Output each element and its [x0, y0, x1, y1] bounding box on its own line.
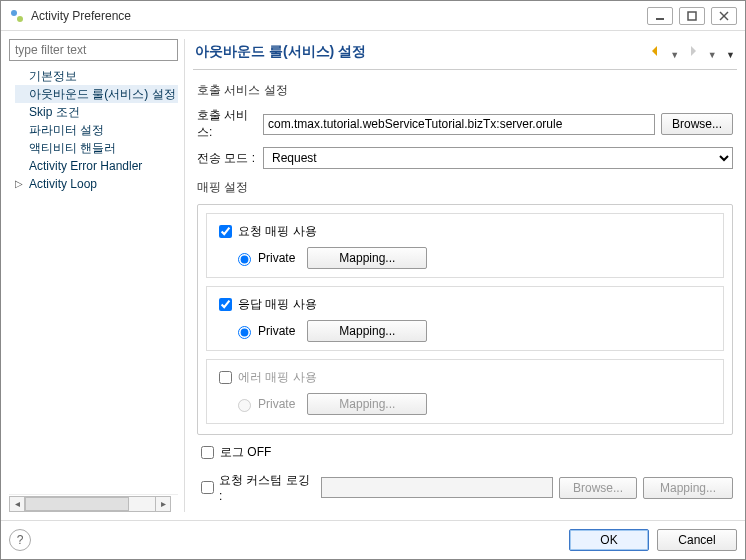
- response-mapping-checkbox[interactable]: [219, 298, 232, 311]
- nav-tree: 기본정보 아웃바운드 룰(서비스) 설정 Skip 조건 파라미터 설정 액티비…: [9, 67, 178, 490]
- nav-menu-button[interactable]: ▼: [726, 50, 735, 60]
- request-mapping-label: 요청 매핑 사용: [238, 223, 317, 240]
- error-mapping-checkbox[interactable]: [219, 371, 232, 384]
- left-pane: 기본정보 아웃바운드 룰(서비스) 설정 Skip 조건 파라미터 설정 액티비…: [9, 39, 185, 512]
- nav-forward-button[interactable]: [686, 44, 700, 58]
- tree-item-activity-handler[interactable]: 액티비티 핸들러: [15, 139, 178, 157]
- window-title: Activity Preference: [31, 9, 641, 23]
- error-mapping-box: 에러 매핑 사용 Private Mapping...: [206, 359, 724, 424]
- req-custom-log-input: [321, 477, 553, 498]
- error-private-radio-label: Private: [233, 396, 295, 412]
- service-input[interactable]: [263, 114, 655, 135]
- log-off-checkline[interactable]: 로그 OFF: [197, 443, 733, 462]
- tree-item-parameter[interactable]: 파라미터 설정: [15, 121, 178, 139]
- mode-select[interactable]: Request: [263, 147, 733, 169]
- nav-back-button[interactable]: [649, 44, 663, 58]
- ok-button[interactable]: OK: [569, 529, 649, 551]
- filter-input[interactable]: [9, 39, 178, 61]
- request-mapping-checkline[interactable]: 요청 매핑 사용: [215, 222, 715, 241]
- req-custom-log-checkbox[interactable]: [201, 481, 214, 494]
- svg-rect-2: [656, 18, 664, 20]
- response-mapping-box: 응답 매핑 사용 Private Mapping...: [206, 286, 724, 351]
- mapping-box: 요청 매핑 사용 Private Mapping...: [197, 204, 733, 435]
- request-mapping-button[interactable]: Mapping...: [307, 247, 427, 269]
- log-off-label: 로그 OFF: [220, 444, 271, 461]
- req-custom-log-mapping: Mapping...: [643, 477, 733, 499]
- cancel-button[interactable]: Cancel: [657, 529, 737, 551]
- log-off-checkbox[interactable]: [201, 446, 214, 459]
- svg-rect-3: [688, 12, 696, 20]
- scroll-right-button[interactable]: ▸: [155, 496, 171, 512]
- req-custom-log-label: 요청 커스텀 로깅 :: [219, 472, 315, 503]
- nav-history: ▼ ▼ ▼: [645, 44, 735, 61]
- request-mapping-checkbox[interactable]: [219, 225, 232, 238]
- scroll-track[interactable]: [25, 496, 155, 512]
- service-label: 호출 서비스:: [197, 107, 257, 141]
- request-private-radio-label[interactable]: Private: [233, 250, 295, 266]
- app-icon: [9, 8, 25, 24]
- tree-item-error-handler[interactable]: Activity Error Handler: [15, 157, 178, 175]
- activity-preference-window: Activity Preference 기본정보 아웃바운드 룰(서비스) 설정…: [0, 0, 746, 560]
- res-custom-log-label: 응답 커스텀 로깅 :: [219, 509, 315, 512]
- tree-item-basic[interactable]: 기본정보: [15, 67, 178, 85]
- mapping-group-title: 매핑 설정: [197, 179, 733, 196]
- mode-label: 전송 모드 :: [197, 150, 257, 167]
- tree-item-outbound-rule[interactable]: 아웃바운드 룰(서비스) 설정: [15, 85, 178, 103]
- response-mapping-label: 응답 매핑 사용: [238, 296, 317, 313]
- req-custom-log-browse: Browse...: [559, 477, 637, 499]
- titlebar: Activity Preference: [1, 1, 745, 31]
- scroll-left-button[interactable]: ◂: [9, 496, 25, 512]
- response-private-radio-label[interactable]: Private: [233, 323, 295, 339]
- close-button[interactable]: [711, 7, 737, 25]
- error-mapping-checkline[interactable]: 에러 매핑 사용: [215, 368, 715, 387]
- dialog-footer: ? OK Cancel: [1, 520, 745, 559]
- help-button[interactable]: ?: [9, 529, 31, 551]
- error-private-radio: [238, 399, 251, 412]
- nav-back-menu[interactable]: ▼: [670, 50, 679, 60]
- settings-content: 호출 서비스 설정 호출 서비스: Browse... 전송 모드 : Requ…: [193, 70, 737, 512]
- response-mapping-checkline[interactable]: 응답 매핑 사용: [215, 295, 715, 314]
- response-private-radio[interactable]: [238, 326, 251, 339]
- maximize-button[interactable]: [679, 7, 705, 25]
- call-service-group-title: 호출 서비스 설정: [197, 82, 733, 99]
- response-mapping-button[interactable]: Mapping...: [307, 320, 427, 342]
- tree-scrollbar: ◂ ▸: [9, 494, 178, 512]
- page-title: 아웃바운드 룰(서비스) 설정: [195, 43, 645, 61]
- right-pane: 아웃바운드 룰(서비스) 설정 ▼ ▼ ▼ 호출 서비스 설정 호출 서비스:: [193, 39, 737, 512]
- request-private-radio[interactable]: [238, 253, 251, 266]
- error-mapping-label: 에러 매핑 사용: [238, 369, 317, 386]
- service-browse-button[interactable]: Browse...: [661, 113, 733, 135]
- request-mapping-box: 요청 매핑 사용 Private Mapping...: [206, 213, 724, 278]
- tree-item-skip[interactable]: Skip 조건: [15, 103, 178, 121]
- minimize-button[interactable]: [647, 7, 673, 25]
- dialog-body: 기본정보 아웃바운드 룰(서비스) 설정 Skip 조건 파라미터 설정 액티비…: [1, 31, 745, 520]
- scroll-thumb[interactable]: [25, 497, 129, 511]
- nav-forward-menu[interactable]: ▼: [708, 50, 717, 60]
- svg-point-1: [17, 16, 23, 22]
- error-mapping-button: Mapping...: [307, 393, 427, 415]
- tree-item-activity-loop[interactable]: Activity Loop: [15, 175, 178, 193]
- svg-point-0: [11, 10, 17, 16]
